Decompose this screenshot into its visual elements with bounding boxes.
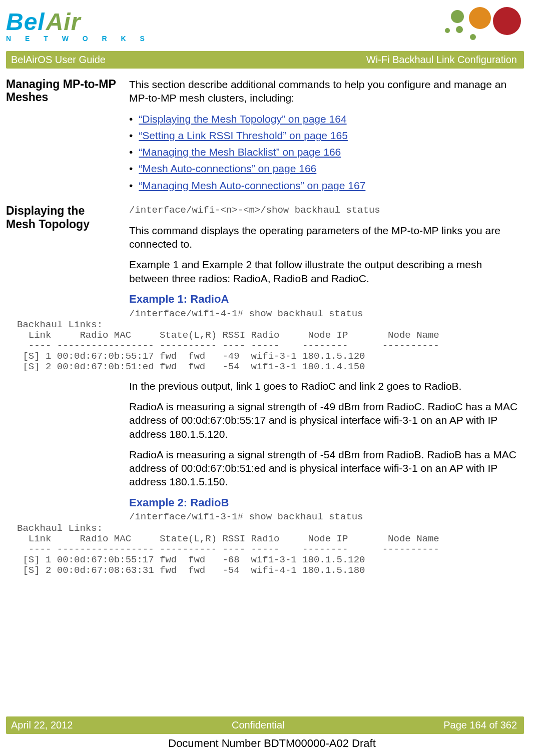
topology-p5: RadioA is measuring a signal strength of… <box>129 448 524 489</box>
page-header: BelAir N E T W O R K S <box>6 8 524 51</box>
section-heading-managing: Managing MP-to-MP Meshes <box>6 78 116 199</box>
example1-output: Backhaul Links: Link Radio MAC State(L,R… <box>17 320 524 372</box>
bullet: • <box>129 112 133 126</box>
command-syntax: /interface/wifi-<n>-<m>/show backhaul st… <box>129 204 524 217</box>
logo-air: Air <box>46 8 81 36</box>
guide-title: BelAirOS User Guide <box>11 54 106 66</box>
bullet: • <box>129 129 133 142</box>
example2-output: Backhaul Links: Link Radio MAC State(L,R… <box>17 523 524 575</box>
xref-list: •“Displaying the Mesh Topology” on page … <box>129 112 524 192</box>
xref-topology[interactable]: “Displaying the Mesh Topology” on page 1… <box>139 112 346 126</box>
topology-p4: RadioA is measuring a signal strength of… <box>129 400 524 441</box>
xref-blacklist[interactable]: “Managing the Mesh Blacklist” on page 16… <box>139 145 341 159</box>
belair-logo: BelAir N E T W O R K S <box>6 8 151 43</box>
topology-p1: This command displays the operating para… <box>129 224 524 251</box>
xref-rssi[interactable]: “Setting a Link RSSI Threshold” on page … <box>139 129 348 142</box>
logo-networks: N E T W O R K S <box>6 35 151 43</box>
footer-confidential: Confidential <box>232 719 285 731</box>
bullet: • <box>129 145 133 159</box>
xref-manage-auto[interactable]: “Managing Mesh Auto-connections” on page… <box>139 179 365 192</box>
content: Managing MP-to-MP Meshes This section de… <box>6 69 524 583</box>
title-bar: BelAirOS User Guide Wi-Fi Backhaul Link … <box>6 51 524 69</box>
dots-graphic <box>426 6 526 46</box>
page: BelAir N E T W O R K S BelAirOS User Gui… <box>0 0 544 756</box>
chapter-title: Wi-Fi Backhaul Link Configuration <box>366 54 517 66</box>
document-number: Document Number BDTM00000-A02 Draft <box>0 737 544 750</box>
topology-p2: Example 1 and Example 2 that follow illu… <box>129 258 524 285</box>
bullet: • <box>129 162 133 175</box>
intro-paragraph: This section describe additional command… <box>129 78 524 105</box>
topology-p3: In the previous output, link 1 goes to R… <box>129 379 524 393</box>
logo-bel: Bel <box>6 8 45 36</box>
example2-command: /interface/wifi-3-1# show backhaul statu… <box>129 511 524 523</box>
example2-heading: Example 2: RadioB <box>129 496 524 510</box>
footer-page: Page 164 of 362 <box>443 719 517 731</box>
example1-command: /interface/wifi-4-1# show backhaul statu… <box>129 308 524 320</box>
footer-date: April 22, 2012 <box>11 719 73 731</box>
example1-heading: Example 1: RadioA <box>129 292 524 307</box>
bullet: • <box>129 179 133 192</box>
footer-bar: April 22, 2012 Confidential Page 164 of … <box>6 716 524 734</box>
xref-auto[interactable]: “Mesh Auto-connections” on page 166 <box>139 162 316 175</box>
